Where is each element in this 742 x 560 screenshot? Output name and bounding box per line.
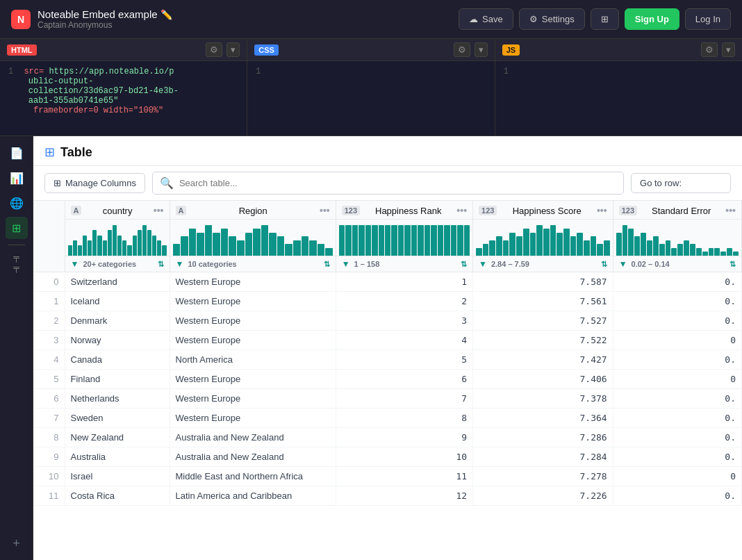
histogram-bar [733,252,739,256]
histogram-bar [464,225,470,256]
histogram-bar [696,248,702,256]
sort-icon[interactable]: ⇅ [461,260,467,269]
brand-logo: N [11,10,31,29]
histogram-bar [103,240,107,256]
sidebar-icon-page[interactable]: 📄 [6,142,28,164]
cell-Standard Error: 0 [613,467,741,486]
row-index: 5 [33,370,65,389]
cell-Region: Middle East and Northern Africa [170,467,336,486]
sort-icon[interactable]: ⇅ [601,260,607,269]
histogram-bar [623,225,628,256]
sort-icon[interactable]: ⇅ [158,260,164,269]
histogram-bar [411,225,417,256]
search-input[interactable] [179,178,616,188]
histogram-bar [325,248,333,256]
css-settings-icon[interactable]: ⚙ [454,42,470,57]
filter-icon[interactable]: ▼ [479,259,487,269]
histogram-bar [245,233,253,256]
sort-icon[interactable]: ⇅ [729,260,736,269]
js-settings-icon[interactable]: ⚙ [701,42,718,57]
col-stats: ▼0.02 – 0.14⇅ [613,256,741,272]
cell-Region: Latin America and Caribbean [170,486,336,506]
row-index: 1 [33,292,65,311]
histogram-bar [122,240,126,256]
html-settings-icon[interactable]: ⚙ [206,42,222,57]
js-dropdown-icon[interactable]: ▾ [722,42,735,57]
col-menu-icon[interactable]: ••• [456,205,467,216]
col-header-Region: ARegion•••▼10 categories⇅ [170,201,336,272]
manage-columns-button[interactable]: ⊞ Manage Columns [44,173,145,193]
signup-button[interactable]: Sign Up [625,8,679,30]
histogram-bar [173,244,181,256]
filter-icon[interactable]: ▼ [619,259,627,269]
cell-Standard Error: 0. [613,272,741,292]
cell-Region: Western Europe [170,311,336,331]
html-dropdown-icon[interactable]: ▾ [226,42,240,57]
cell-Region: Western Europe [170,331,336,350]
cell-Happiness Score: 7.226 [473,486,613,506]
cell-Standard Error: 0 [613,370,741,389]
table-row: 2DenmarkWestern Europe37.5270. [33,311,742,331]
histogram-bar [591,236,597,256]
html-panel: HTML ⚙ ▾ 1 src= https://app.noteable.io/… [0,39,247,135]
grid-button[interactable]: ⊞ [591,8,619,30]
table-row: 8New ZealandAustralia and New Zealand97.… [33,428,742,447]
col-header-Standard Error: 123Standard Error•••▼0.02 – 0.14⇅ [613,201,741,272]
histogram-bar [424,225,430,256]
js-code-body[interactable]: 1 [495,61,742,135]
col-menu-icon[interactable]: ••• [597,205,607,216]
cell-Standard Error: 0. [613,447,741,467]
sort-icon[interactable]: ⇅ [324,260,330,269]
histogram-bar [253,229,261,256]
css-line-num: 1 [256,67,261,76]
filter-icon[interactable]: ▼ [176,259,184,269]
sidebar-icon-globe[interactable]: 🌐 [6,192,28,214]
html-badge: HTML [7,44,37,56]
cell-Happiness Score: 7.278 [473,467,613,486]
css-code-body[interactable]: 1 [247,61,494,135]
html-line-num: 1 [8,67,13,76]
css-dropdown-icon[interactable]: ▾ [475,42,488,57]
histogram-bar [68,245,72,256]
histogram-bar [372,225,377,256]
histogram-bar [677,244,683,256]
goto-row-input[interactable] [687,178,722,188]
col-type-badge: 123 [342,206,360,215]
content-area: ⊞ Table ⊞ Manage Columns 🔍 Go to row: [33,136,742,560]
cell-country: Finland [65,370,170,389]
cell-Happiness Rank: 11 [336,467,472,486]
css-controls: ⚙ ▾ [454,42,488,57]
cell-Happiness Score: 7.406 [473,370,613,389]
sidebar-add-icon[interactable]: + [6,532,28,554]
histogram-bar [261,225,269,256]
save-button[interactable]: ☁ Save [459,8,513,30]
histogram-bar [659,244,665,256]
histogram-bar [285,244,292,256]
table-container[interactable]: Acountry•••▼20+ categories⇅ARegion•••▼10… [33,201,742,560]
cell-country: Costa Rica [65,486,170,506]
sidebar-icon-chart[interactable]: 📊 [6,167,28,189]
histogram-bar [92,230,97,256]
histogram-bar [269,233,277,256]
histogram-bar [550,225,556,256]
filter-icon[interactable]: ▼ [71,259,79,269]
histogram-bar [483,244,489,256]
settings-button[interactable]: ⚙ Settings [519,8,585,30]
col-menu-icon[interactable]: ••• [320,205,330,216]
col-menu-icon[interactable]: ••• [725,205,736,216]
col-stats: ▼1 – 158⇅ [336,256,472,272]
histogram-bar [451,225,456,256]
cell-Region: Western Europe [170,292,336,311]
histogram-bar [628,229,634,256]
histogram-bar [671,248,677,256]
col-menu-icon[interactable]: ••• [154,205,164,216]
sidebar-collapse-icon[interactable]: ╤╤ [6,251,28,273]
histogram-bar [653,236,659,256]
sidebar-icon-table[interactable]: ⊞ [6,217,28,239]
histogram-bar [205,225,213,256]
filter-icon[interactable]: ▼ [342,259,350,269]
histogram-bar [138,230,142,256]
html-code-body[interactable]: 1 src= https://app.noteable.io/p ublic-o… [0,61,247,135]
cell-country: Iceland [65,292,170,311]
login-button[interactable]: Log In [685,8,731,30]
